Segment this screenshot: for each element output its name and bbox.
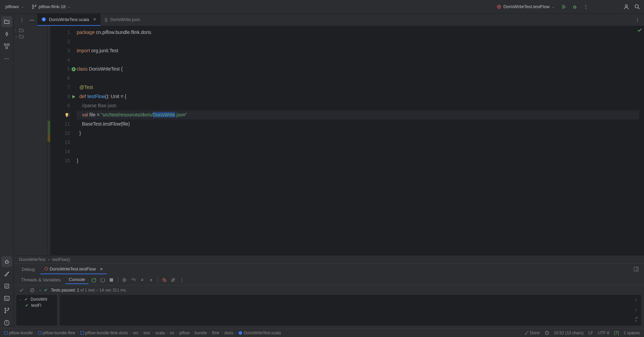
line-number: 1 (67, 30, 70, 35)
view-breakpoints-icon[interactable] (161, 276, 168, 284)
line-number: 4 (67, 57, 70, 62)
line-number: 14 (65, 149, 70, 154)
build-status[interactable]: Done (524, 331, 540, 335)
expand-icon[interactable]: › (632, 317, 640, 324)
console-output[interactable]: ↑ ↓ ⤶ › (60, 295, 641, 325)
svg-point-23 (239, 331, 242, 334)
tab-label: DorisWriteTest.scala (49, 17, 89, 22)
collapse-icon[interactable]: — (28, 16, 36, 24)
more-debug-icon[interactable]: ⋮ (178, 276, 186, 284)
debug-tool-icon[interactable] (1, 256, 12, 267)
step-out-icon[interactable] (147, 276, 155, 284)
filter-passed-icon[interactable] (18, 286, 25, 294)
test-tree-row[interactable]: ✔ testFl (19, 302, 54, 308)
path-crumb[interactable]: doris (224, 331, 233, 335)
threads-tab[interactable]: Threads & Variables (18, 276, 64, 284)
branch-icon (32, 4, 37, 9)
run-config-selector[interactable]: DorisWriteTest.testFlow ⌄ (494, 3, 557, 11)
status-bar: piflow-bundle › piflow-bundle-flink › pi… (0, 328, 644, 337)
run-button[interactable] (560, 3, 568, 11)
indent-setting[interactable]: 2 spaces (624, 331, 640, 335)
path-crumb[interactable]: piflow-bundle-flink-doris (80, 331, 128, 335)
step-into-icon[interactable] (139, 276, 146, 284)
right-gutter (639, 26, 644, 255)
rerun-icon[interactable] (90, 276, 97, 284)
hammer-icon (524, 331, 529, 335)
structure-tool-icon[interactable] (1, 41, 12, 52)
tab-doriswrite-json[interactable]: {} DorisWrite.json (100, 14, 144, 26)
path-crumb[interactable]: test (144, 331, 150, 335)
console-tab[interactable]: Console (66, 276, 89, 284)
build-tool-icon[interactable] (1, 268, 12, 279)
layout-icon[interactable] (632, 265, 640, 273)
chevron-right-icon: › (176, 331, 177, 335)
branch-selector[interactable]: piflow-flink-18 ⌄ (29, 3, 73, 11)
code-editor[interactable]: 1 2 3 4 5 6 7 8 9 10 11 (50, 26, 644, 255)
tree-row[interactable]: › (14, 27, 47, 33)
json-file-icon: {} (105, 17, 108, 22)
step-over-icon[interactable] (130, 276, 137, 284)
tree-row[interactable]: ⌄ (14, 33, 47, 39)
path-crumb[interactable]: piflow (179, 331, 190, 335)
terminal-tool-icon[interactable] (1, 293, 12, 304)
breadcrumb-item[interactable]: testFlow() (52, 257, 70, 262)
breadcrumb-item[interactable]: DorisWriteTest (19, 257, 45, 262)
more-tool-icon[interactable]: ⋯ (1, 53, 12, 64)
debug-button[interactable] (571, 3, 579, 11)
vcs-tool-icon[interactable] (1, 305, 12, 316)
left-toolbar: ⋯ (0, 14, 14, 328)
tests-passed-text: Tests passed: 1 of 1 test – 14 sec 311 m… (51, 288, 126, 293)
test-tree-row[interactable]: ⌄ ✔ DorisWrit (19, 296, 54, 302)
debug-config-tab[interactable]: DorisWriteTest.testFlow ✕ (40, 264, 107, 274)
code-area[interactable]: package cn.piflow.bundle.flink.doris imp… (74, 26, 639, 255)
project-selector[interactable]: piflowx ⌄ (3, 3, 26, 11)
sync-icon[interactable] (545, 331, 549, 335)
top-toolbar: piflowx ⌄ piflow-flink-18 ⌄ DorisWriteTe… (0, 0, 644, 14)
cursor-position[interactable]: 10:52 (10 chars) (554, 331, 584, 335)
tab-indicator[interactable]: [T] (614, 331, 619, 335)
services-tool-icon[interactable] (1, 281, 12, 292)
account-icon[interactable] (622, 3, 630, 11)
scroll-up-icon[interactable]: ↑ (632, 296, 640, 304)
stop-icon[interactable] (108, 276, 115, 284)
file-encoding[interactable]: UTF-8 (598, 331, 609, 335)
check-icon: ✔ (24, 297, 29, 302)
svg-point-16 (45, 267, 48, 270)
branch-name: piflow-flink-18 (39, 4, 66, 9)
path-crumb[interactable]: bundle (195, 331, 207, 335)
commit-tool-icon[interactable] (1, 29, 12, 39)
search-icon[interactable] (633, 3, 641, 11)
tab-doriswritetest[interactable]: C DorisWriteTest.scala ✕ (37, 14, 100, 26)
svg-point-8 (5, 261, 8, 263)
line-separator[interactable]: LF (588, 331, 593, 335)
svg-point-4 (6, 33, 8, 35)
more-actions-button[interactable]: ⋮ (582, 3, 590, 11)
path-crumb[interactable]: cn (170, 331, 174, 335)
close-icon[interactable]: ✕ (100, 267, 103, 271)
close-icon[interactable]: ✕ (93, 17, 96, 22)
svg-point-1 (574, 6, 576, 8)
debug-tab-label[interactable]: Debug (18, 265, 39, 274)
rerun-failed-icon[interactable] (99, 276, 106, 284)
debug-label: Debug (22, 267, 35, 272)
path-crumb[interactable]: flink (212, 331, 219, 335)
bulb-icon[interactable] (65, 113, 69, 117)
tab-more-icon[interactable]: ⋮ (633, 16, 641, 24)
path-crumb[interactable]: src (133, 331, 139, 335)
problems-tool-icon[interactable] (1, 317, 12, 328)
resume-icon[interactable] (121, 276, 128, 284)
line-number: 12 (65, 130, 70, 136)
mute-breakpoints-icon[interactable] (169, 276, 177, 284)
minimap (48, 26, 50, 255)
path-crumb[interactable]: piflow-bundle-flink (38, 331, 75, 335)
tab-actions-icon[interactable]: ⋮ (18, 16, 26, 24)
chevron-right-icon: › (167, 331, 168, 335)
path-crumb[interactable]: scala (155, 331, 165, 335)
chevron-down-icon: ⌄ (552, 5, 554, 8)
path-file[interactable]: DorisWriteTest.scala (238, 331, 281, 335)
filter-ignored-icon[interactable] (29, 286, 36, 294)
scroll-down-icon[interactable]: ↓ (632, 305, 640, 313)
project-tool-icon[interactable] (1, 16, 12, 27)
path-crumb[interactable]: piflow-bundle (4, 331, 33, 335)
analysis-ok-icon[interactable] (637, 28, 642, 33)
